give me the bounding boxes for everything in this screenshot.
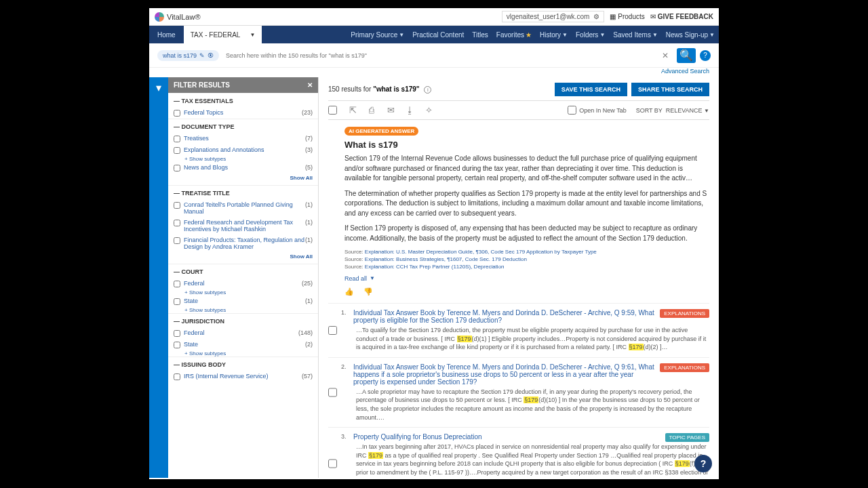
filter-row[interactable]: Conrad Teitell's Portable Planned Giving…	[168, 199, 318, 217]
filter-row[interactable]: Financial Products: Taxation, Regulation…	[168, 235, 318, 252]
filter-row[interactable]: Treatises(7)	[168, 133, 318, 144]
result-tag: EXPLANATIONS	[660, 309, 709, 318]
search-pill[interactable]: what is s179✎⦿	[157, 50, 219, 61]
result-checkbox[interactable]	[328, 433, 337, 478]
filter-toggle[interactable]: ▾	[149, 77, 168, 478]
filter-row[interactable]: Federal Research and Development Tax Inc…	[168, 217, 318, 235]
sort-by[interactable]: SORT BY RELEVANCE ▼	[636, 107, 709, 114]
nav-titles[interactable]: Titles	[468, 31, 492, 39]
chevron-down-icon: ▼	[250, 32, 255, 38]
result-excerpt: …In tax years beginning after 2017, HVAC…	[353, 443, 709, 478]
nav-history[interactable]: History▼	[536, 31, 572, 39]
open-icon[interactable]: ⇱	[348, 105, 357, 115]
show-subtypes[interactable]: + Show subtypes	[168, 289, 318, 296]
result-title[interactable]: Individual Tax Answer Book by Terence M.…	[353, 363, 709, 386]
show-all[interactable]: Show All	[168, 174, 318, 185]
ai-answer-title: What is s179	[344, 140, 709, 150]
star-icon: ★	[526, 31, 532, 39]
filter-row[interactable]: IRS (Internal Revenue Service)(57)	[168, 371, 318, 382]
help-icon[interactable]: ?	[700, 50, 711, 61]
show-subtypes[interactable]: + Show subtypes	[168, 350, 318, 357]
section-jurisdiction[interactable]: — JURISDICTION	[168, 313, 318, 327]
nav-news-signup[interactable]: News Sign-up▼	[662, 31, 719, 39]
thumbs-down-icon[interactable]: 👎	[363, 287, 373, 296]
result-excerpt: …To qualify for the Section 179 deductio…	[353, 326, 709, 352]
filter-column: ▾ FILTER RESULTS ✕ — TAX ESSENTIALS Fede…	[149, 77, 319, 478]
nav-bar: Home TAX - FEDERAL ▼ Primary Source▼ Pra…	[149, 26, 719, 43]
funnel-icon: ▾	[156, 81, 161, 478]
show-subtypes[interactable]: + Show subtypes	[168, 307, 318, 313]
result-tag: TOPIC PAGES	[665, 433, 710, 442]
clear-search-icon[interactable]: ✕	[658, 51, 673, 60]
floating-help-button[interactable]: ?	[694, 455, 712, 472]
ai-paragraph: The determination of whether property qu…	[344, 189, 709, 219]
result-checkbox[interactable]	[328, 309, 337, 352]
section-doc-type[interactable]: — DOCUMENT TYPE	[168, 119, 318, 133]
results-column: 150 results for "what is s179" i SAVE TH…	[319, 77, 719, 478]
top-bar: VitalLaw® vlgenaitest_user1@wk.com ⚙ ▦ P…	[149, 8, 719, 26]
nav-folders[interactable]: Folders▼	[572, 31, 609, 39]
user-menu[interactable]: vlgenaitest_user1@wk.com ⚙	[502, 11, 604, 22]
close-icon[interactable]: ✕	[307, 81, 313, 89]
advanced-search-link[interactable]: Advanced Search	[661, 68, 709, 75]
search-input[interactable]	[223, 49, 654, 62]
filter-row[interactable]: State(2)	[168, 339, 318, 350]
save-search-button[interactable]: SAVE THIS SEARCH	[555, 83, 627, 96]
nav-practical-content[interactable]: Practical Content	[408, 31, 468, 39]
select-all-checkbox[interactable]	[328, 106, 337, 115]
filter-panel: FILTER RESULTS ✕ — TAX ESSENTIALS Federa…	[168, 77, 319, 478]
open-new-tab-toggle[interactable]: Open In New Tab	[568, 106, 626, 115]
print-icon[interactable]: ⎙	[367, 105, 376, 115]
result-title[interactable]: Property Qualifying for Bonus Depreciati…	[353, 433, 709, 441]
show-all[interactable]: Show All	[168, 252, 318, 264]
filter-row[interactable]: Federal(148)	[168, 327, 318, 339]
pencil-icon: ✎	[199, 52, 205, 59]
grid-icon: ▦	[610, 13, 616, 20]
results-toolbar: ⇱ ⎙ ✉ ⭳ ✧ Open In New Tab SORT BY RELEVA…	[328, 100, 709, 120]
nav-active-tab[interactable]: TAX - FEDERAL ▼	[184, 26, 262, 43]
section-issuing-body[interactable]: — ISSUING BODY	[168, 357, 318, 371]
body: ▾ FILTER RESULTS ✕ — TAX ESSENTIALS Fede…	[149, 77, 719, 478]
products-link[interactable]: ▦ Products	[610, 13, 644, 20]
result-item: 1.EXPLANATIONSIndividual Tax Answer Book…	[328, 303, 709, 357]
nav-home[interactable]: Home	[149, 31, 184, 39]
section-tax-essentials[interactable]: — TAX ESSENTIALS	[168, 93, 318, 107]
show-subtypes[interactable]: + Show subtypes	[168, 156, 318, 162]
result-checkbox[interactable]	[328, 363, 337, 422]
share-search-button[interactable]: SHARE THIS SEARCH	[631, 83, 709, 96]
email-icon[interactable]: ✉	[386, 105, 395, 115]
results-list: 1.EXPLANATIONSIndividual Tax Answer Book…	[328, 303, 709, 478]
filter-row[interactable]: Federal(25)	[168, 278, 318, 289]
thumbs-up-icon[interactable]: 👍	[344, 287, 354, 296]
result-item: 2.EXPLANATIONSIndividual Tax Answer Book…	[328, 357, 709, 427]
filter-row[interactable]: News and Blogs(5)	[168, 162, 318, 174]
result-tag: EXPLANATIONS	[660, 363, 709, 372]
read-all-link[interactable]: Read all▼	[344, 275, 375, 282]
magnifier-icon: 🔍	[679, 49, 693, 62]
result-title[interactable]: Individual Tax Answer Book by Terence M.…	[353, 309, 709, 324]
chevron-down-icon: ▼	[704, 108, 709, 114]
feedback-link[interactable]: ✉ GIVE FEEDBACK	[650, 13, 713, 20]
ai-source: Source: Explanation: CCH Tax Prep Partne…	[344, 264, 709, 270]
filter-header: FILTER RESULTS ✕	[168, 77, 318, 93]
ai-answer-block: AI GENERATED ANSWER What is s179 Section…	[328, 127, 709, 296]
brand-logo-icon	[155, 12, 164, 22]
filter-row[interactable]: State(1)	[168, 296, 318, 307]
search-bar: what is s179✎⦿ ✕ 🔍 ?	[149, 43, 719, 68]
nav-saved-items[interactable]: Saved Items▼	[609, 31, 662, 39]
section-treatise-title[interactable]: — TREATISE TITLE	[168, 185, 318, 199]
brand[interactable]: VitalLaw®	[155, 12, 502, 22]
download-icon[interactable]: ⭳	[405, 105, 414, 115]
ai-badge: AI GENERATED ANSWER	[344, 127, 418, 136]
nav-favorites[interactable]: Favorites★	[492, 31, 536, 39]
result-number: 3.	[341, 433, 349, 478]
sparkle-icon[interactable]: ✧	[424, 105, 433, 115]
info-icon[interactable]: i	[424, 86, 431, 94]
search-button[interactable]: 🔍	[677, 48, 696, 63]
nav-primary-source[interactable]: Primary Source▼	[347, 31, 408, 39]
gear-icon[interactable]: ⚙	[593, 13, 599, 20]
section-court[interactable]: — COURT	[168, 264, 318, 278]
filter-row[interactable]: Federal Topics(23)	[168, 107, 318, 119]
filter-row[interactable]: Explanations and Annotations(3)	[168, 144, 318, 156]
ai-source: Source: Explanation: U.S. Master Depreci…	[344, 249, 709, 255]
